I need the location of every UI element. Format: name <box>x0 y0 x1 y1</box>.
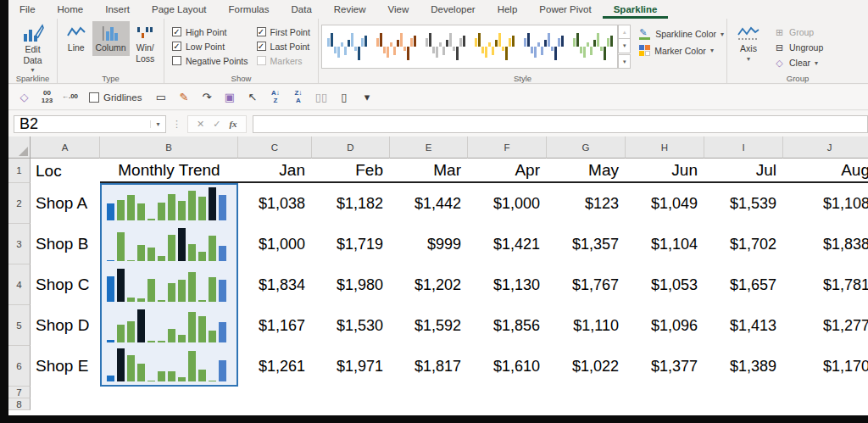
axis-button[interactable]: Axis ▾ <box>730 25 767 70</box>
formula-input[interactable] <box>253 115 868 133</box>
style-swatch-blue[interactable] <box>519 25 568 68</box>
ungroup-button[interactable]: ⊟Ungroup <box>774 40 823 55</box>
column-header-e[interactable]: E <box>390 136 468 159</box>
cell-value[interactable]: $1,389 <box>704 346 783 387</box>
cell-value[interactable]: $1,357 <box>547 224 626 264</box>
tab-developer[interactable]: Developer <box>420 0 486 19</box>
cell-value[interactable]: $123 <box>547 183 626 224</box>
tab-power-pivot[interactable]: Power Pivot <box>528 0 602 19</box>
tab-file[interactable]: File <box>8 0 47 19</box>
row-header-3[interactable]: 3 <box>8 224 31 264</box>
sparkline-cell-shop-c[interactable] <box>100 264 238 305</box>
cell-value[interactable]: $1,104 <box>626 224 704 264</box>
sparkline-cell-shop-e[interactable] <box>100 346 238 387</box>
cell-value[interactable]: $1,592 <box>390 305 468 346</box>
cell-value[interactable]: $1,702 <box>704 224 783 264</box>
checkbox-markers[interactable]: Markers <box>257 53 310 68</box>
cell-value[interactable]: $1,413 <box>704 305 783 346</box>
checkbox-low-point[interactable]: ✓Low Point <box>172 39 248 53</box>
cell-value[interactable]: $999 <box>390 224 468 264</box>
style-swatch-gold[interactable] <box>470 25 519 68</box>
cell-value[interactable]: $1,038 <box>238 183 312 224</box>
checkbox-high-point[interactable]: ✓High Point <box>172 25 248 39</box>
cell-month-header-feb[interactable]: Feb <box>312 159 390 183</box>
cell-value[interactable]: $1,096 <box>626 305 704 346</box>
cell-month-header-apr[interactable]: Apr <box>468 159 547 183</box>
cell-value[interactable]: $1,767 <box>547 264 626 305</box>
enter-icon[interactable]: ✓ <box>213 119 220 130</box>
cell-loc-header[interactable]: Loc <box>31 159 100 183</box>
cell-shop-label[interactable]: Shop D <box>31 305 100 346</box>
overflow-icon[interactable]: ▾ <box>358 92 376 103</box>
cell-value[interactable]: $1,377 <box>626 346 704 387</box>
checkbox-negative-points[interactable]: Negative Points <box>172 53 248 68</box>
tab-insert[interactable]: Insert <box>94 0 141 19</box>
tab-review[interactable]: Review <box>323 0 377 19</box>
column-header-c[interactable]: C <box>238 136 312 159</box>
new-file-icon[interactable]: ▯ <box>335 92 353 103</box>
style-swatch-green[interactable] <box>568 25 617 68</box>
column-header-a[interactable]: A <box>31 136 100 159</box>
row-header-6[interactable]: 6 <box>8 346 31 387</box>
cell-value[interactable]: $1,530 <box>312 305 390 346</box>
cell-month-header-jul[interactable]: Jul <box>704 159 783 183</box>
cell-value[interactable]: $1,000 <box>238 224 312 264</box>
cell-month-header-aug[interactable]: Aug <box>783 159 868 183</box>
winloss-type-button[interactable]: Win/ Loss <box>130 21 162 67</box>
row-header-8[interactable]: 8 <box>8 398 31 410</box>
cell-value[interactable]: $1,719 <box>312 224 390 264</box>
sparkline-cell-shop-b[interactable] <box>100 224 238 264</box>
sparkline-cell-shop-a[interactable] <box>100 183 238 224</box>
column-header-h[interactable]: H <box>626 136 704 159</box>
undo-icon[interactable]: ↷ <box>198 92 215 103</box>
style-swatch-orange[interactable] <box>371 25 420 68</box>
empty-cell[interactable] <box>31 398 868 410</box>
cell-value[interactable]: $1,167 <box>238 305 312 346</box>
cell-value[interactable]: $1,442 <box>390 183 468 224</box>
gallery-scroll-up-button[interactable]: ▴ <box>618 25 631 39</box>
tab-page-layout[interactable]: Page Layout <box>141 0 218 19</box>
cell-value[interactable]: $1,817 <box>390 346 468 387</box>
column-header-j[interactable]: J <box>783 136 868 159</box>
cell-value[interactable]: $1,610 <box>468 346 547 387</box>
cell-shop-label[interactable]: Shop B <box>31 224 100 264</box>
checkbox-first-point[interactable]: ✓First Point <box>257 25 310 39</box>
gallery-more-button[interactable]: ▾ <box>618 54 631 69</box>
cell-shop-label[interactable]: Shop E <box>31 346 100 387</box>
column-header-f[interactable]: F <box>468 136 547 159</box>
name-box[interactable]: B2 ▾ <box>14 115 166 133</box>
tab-data[interactable]: Data <box>281 0 323 19</box>
comma-style-icon[interactable]: 00 123 <box>38 90 56 105</box>
pointer-icon[interactable]: ↖ <box>243 92 261 103</box>
cell-value[interactable]: $1,053 <box>626 264 704 305</box>
select-all-corner[interactable] <box>8 136 31 159</box>
gallery-scroll-down-button[interactable]: ▾ <box>618 39 631 53</box>
sort-az-icon[interactable]: A↓ Z <box>266 90 284 105</box>
cell-value[interactable]: $1,277 <box>783 305 868 346</box>
row-header-7[interactable]: 7 <box>8 387 31 398</box>
row-header-4[interactable]: 4 <box>8 264 31 305</box>
cell-value[interactable]: $1,110 <box>547 305 626 346</box>
sort-za-icon[interactable]: Z↓ A <box>289 90 307 105</box>
sparkline-color-button[interactable]: ✎ Sparkline Color ▾ <box>639 28 724 40</box>
cell-trend-header[interactable]: Monthly Trend <box>100 159 238 183</box>
style-swatch-blue-light[interactable] <box>322 25 371 68</box>
decrease-decimal-icon[interactable]: ←.00 <box>61 93 79 101</box>
cell-month-header-may[interactable]: May <box>547 159 626 183</box>
tab-help[interactable]: Help <box>487 0 529 19</box>
cell-value[interactable]: $1,834 <box>238 264 312 305</box>
cell-month-header-mar[interactable]: Mar <box>390 159 468 183</box>
tab-view[interactable]: View <box>377 0 420 19</box>
cell-value[interactable]: $1,022 <box>547 346 626 387</box>
clear-formats-icon[interactable]: ◇ <box>15 92 33 103</box>
gridlines-checkbox[interactable]: Gridlines <box>89 92 142 103</box>
pages-icon[interactable]: ▯▯ <box>312 92 330 103</box>
cell-value[interactable]: $1,182 <box>312 183 390 224</box>
cell-value[interactable]: $1,170 <box>783 346 868 387</box>
cell-value[interactable]: $1,202 <box>390 264 468 305</box>
border-icon[interactable]: ▭ <box>152 92 170 103</box>
row-header-2[interactable]: 2 <box>8 183 31 224</box>
style-swatch-gray[interactable] <box>420 25 470 68</box>
row-header-1[interactable]: 1 <box>8 159 31 183</box>
checkbox-last-point[interactable]: ✓Last Point <box>257 39 310 53</box>
